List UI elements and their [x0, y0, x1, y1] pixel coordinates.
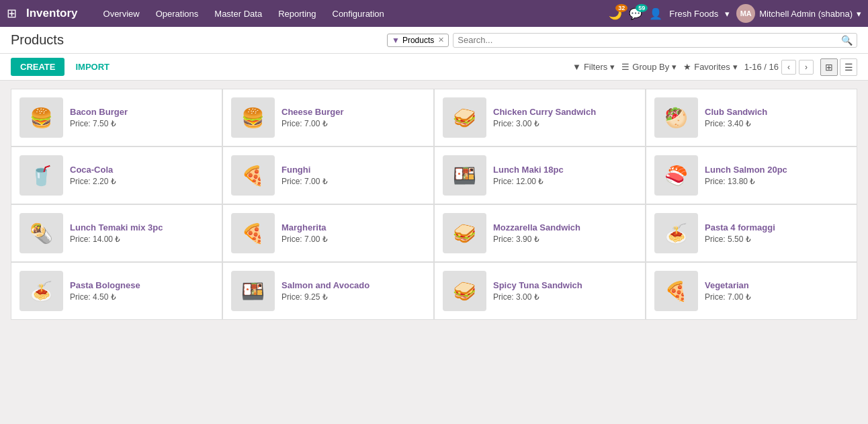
product-card[interactable]: 🥪Spicy Tuna SandwichPrice: 3.00 ₺ [434, 262, 646, 320]
product-info: Mozzarella SandwichPrice: 3.90 ₺ [493, 222, 637, 244]
group-by-label: Group By [632, 62, 669, 72]
product-image: 🍣 [654, 155, 698, 196]
filters-chevron: ▾ [610, 62, 615, 72]
product-info: VegetarianPrice: 7.00 ₺ [705, 280, 849, 302]
product-image: 🍔 [231, 97, 275, 138]
product-card[interactable]: 🍔Bacon BurgerPrice: 7.50 ₺ [11, 89, 222, 146]
create-button[interactable]: CREATE [11, 58, 64, 76]
favorites-button[interactable]: ★ Favorites ▾ [683, 62, 737, 72]
search-filter-tag[interactable]: ▼ Products ✕ [387, 34, 449, 47]
grid-view-button[interactable]: ⊞ [820, 58, 838, 76]
product-info: Chicken Curry SandwichPrice: 3.00 ₺ [493, 107, 637, 128]
product-card[interactable]: 🍱Salmon and AvocadoPrice: 9.25 ₺ [222, 262, 434, 320]
list-view-button[interactable]: ☰ [840, 58, 857, 76]
product-info: Salmon and AvocadoPrice: 9.25 ₺ [281, 280, 425, 302]
product-name: Lunch Salmon 20pc [705, 165, 849, 175]
avatar: MA [736, 4, 755, 23]
product-image: 🍱 [231, 271, 275, 311]
app-title: Inventory [26, 7, 78, 20]
product-card[interactable]: 🥤Coca-ColaPrice: 2.20 ₺ [11, 146, 222, 204]
product-price: Price: 3.00 ₺ [493, 292, 637, 302]
main-content: 🍔Bacon BurgerPrice: 7.50 ₺🍔Cheese Burger… [0, 81, 868, 349]
star-icon: ★ [683, 62, 691, 72]
product-info: Lunch Temaki mix 3pcPrice: 14.00 ₺ [70, 222, 214, 244]
product-image: 🍕 [231, 155, 275, 196]
pagination: 1-16 / 16 ‹ › [744, 60, 814, 75]
product-price: Price: 7.00 ₺ [281, 235, 425, 244]
product-info: Club SandwichPrice: 3.40 ₺ [705, 107, 849, 128]
topnav-right: 🌙 32 💬 59 👤 Fresh Foods ▾ MA Mitchell Ad… [609, 4, 861, 23]
chat-badge-count: 59 [636, 4, 648, 12]
product-card[interactable]: 🍕MargheritaPrice: 7.00 ₺ [222, 204, 434, 262]
product-card[interactable]: 🥪Mozzarella SandwichPrice: 3.90 ₺ [434, 204, 646, 262]
product-card[interactable]: 🍕FunghiPrice: 7.00 ₺ [222, 146, 434, 204]
clock-badge-count: 32 [615, 4, 627, 12]
product-card[interactable]: 🍕VegetarianPrice: 7.00 ₺ [646, 262, 857, 320]
product-price: Price: 7.00 ₺ [281, 177, 425, 186]
favorites-label: Favorites [694, 62, 730, 72]
product-info: Cheese BurgerPrice: 7.00 ₺ [281, 107, 425, 128]
nav-overview[interactable]: Overview [97, 6, 146, 22]
product-price: Price: 2.20 ₺ [70, 177, 214, 186]
product-card[interactable]: 🥙Club SandwichPrice: 3.40 ₺ [646, 89, 857, 146]
chat-badge-button[interactable]: 💬 59 [629, 7, 642, 20]
next-page-button[interactable]: › [799, 60, 814, 75]
nav-operations[interactable]: Operations [149, 6, 206, 22]
grid-menu-icon[interactable]: ⊞ [7, 6, 17, 21]
product-name: Lunch Maki 18pc [493, 165, 637, 175]
product-info: MargheritaPrice: 7.00 ₺ [281, 222, 425, 244]
product-image: 🥤 [19, 155, 63, 196]
people-icon-button[interactable]: 👤 [649, 7, 662, 20]
company-dropdown-icon[interactable]: ▾ [725, 9, 730, 19]
favorites-chevron: ▾ [733, 62, 738, 72]
prev-page-button[interactable]: ‹ [781, 60, 796, 75]
product-image: 🍱 [443, 155, 486, 196]
search-icon[interactable]: 🔍 [841, 35, 853, 46]
product-card[interactable]: 🥪Chicken Curry SandwichPrice: 3.00 ₺ [434, 89, 646, 146]
product-card[interactable]: 🍝Pasta 4 formaggiPrice: 5.50 ₺ [646, 204, 857, 262]
product-info: Lunch Salmon 20pcPrice: 13.80 ₺ [705, 165, 849, 186]
product-name: Spicy Tuna Sandwich [493, 280, 637, 290]
user-dropdown-icon[interactable]: ▾ [857, 9, 861, 19]
filter-tag-remove[interactable]: ✕ [438, 36, 444, 44]
search-input[interactable] [458, 35, 841, 45]
product-info: Spicy Tuna SandwichPrice: 3.00 ₺ [493, 280, 637, 302]
product-image: 🥪 [443, 271, 486, 311]
filter-tag-label: Products [402, 36, 434, 45]
company-selector[interactable]: Fresh Foods [669, 9, 718, 19]
search-area: ▼ Products ✕ 🔍 [387, 33, 857, 48]
product-price: Price: 12.00 ₺ [493, 177, 637, 186]
pagination-count: 1-16 / 16 [744, 62, 779, 72]
filters-button[interactable]: ▼ Filters ▾ [572, 62, 615, 72]
product-name: Bacon Burger [70, 107, 214, 117]
nav-master-data[interactable]: Master Data [208, 6, 269, 22]
product-card[interactable]: 🍣Lunch Salmon 20pcPrice: 13.80 ₺ [646, 146, 857, 204]
product-image: 🍝 [19, 271, 63, 311]
product-price: Price: 3.00 ₺ [493, 119, 637, 128]
product-grid: 🍔Bacon BurgerPrice: 7.50 ₺🍔Cheese Burger… [11, 89, 857, 320]
product-name: Cheese Burger [281, 107, 425, 117]
clock-badge-button[interactable]: 🌙 32 [609, 7, 622, 20]
filter-icon: ▼ [572, 62, 581, 72]
nav-configuration[interactable]: Configuration [326, 6, 391, 22]
groupby-icon: ☰ [621, 62, 630, 72]
page-title: Products [11, 32, 64, 48]
group-by-button[interactable]: ☰ Group By ▾ [621, 62, 677, 72]
toolbar: CREATE IMPORT ▼ Filters ▾ ☰ Group By ▾ ★… [0, 54, 868, 81]
product-card[interactable]: 🍱Lunch Maki 18pcPrice: 12.00 ₺ [434, 146, 646, 204]
subheader: Products ▼ Products ✕ 🔍 [0, 27, 868, 54]
product-name: Salmon and Avocado [281, 280, 425, 290]
product-card[interactable]: 🌯Lunch Temaki mix 3pcPrice: 14.00 ₺ [11, 204, 222, 262]
product-price: Price: 4.50 ₺ [70, 292, 214, 302]
groupby-chevron: ▾ [672, 62, 677, 72]
product-name: Chicken Curry Sandwich [493, 107, 637, 117]
view-toggle: ⊞ ☰ [820, 58, 857, 76]
product-name: Lunch Temaki mix 3pc [70, 222, 214, 232]
product-image: 🌯 [19, 213, 63, 253]
product-price: Price: 5.50 ₺ [705, 235, 849, 244]
product-card[interactable]: 🍔Cheese BurgerPrice: 7.00 ₺ [222, 89, 434, 146]
user-menu[interactable]: MA Mitchell Admin (shabna) ▾ [736, 4, 861, 23]
import-button[interactable]: IMPORT [70, 58, 115, 76]
nav-reporting[interactable]: Reporting [271, 6, 322, 22]
product-card[interactable]: 🍝Pasta BolognesePrice: 4.50 ₺ [11, 262, 222, 320]
